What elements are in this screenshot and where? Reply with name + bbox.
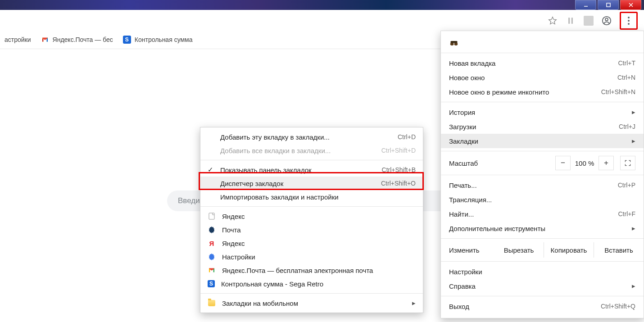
menu-paste[interactable]: Вставить xyxy=(594,242,644,258)
menu-shortcut: Ctrl+Shift+Q xyxy=(601,303,635,310)
menu-shortcut: Ctrl+T xyxy=(618,59,636,67)
menu-label: Настройки xyxy=(449,268,482,276)
zoom-out-button[interactable]: − xyxy=(555,156,571,170)
bm-item-yandex2[interactable]: ЯЯндекс xyxy=(200,236,423,250)
menu-zoom: Масштаб − 100 % + xyxy=(441,154,644,172)
submenu-arrow-icon: ▸ xyxy=(632,282,635,290)
svg-rect-6 xyxy=(450,41,457,43)
menu-label: Выход xyxy=(449,303,469,310)
submenu-arrow-icon: ▸ xyxy=(632,137,635,145)
menu-settings[interactable]: Настройки xyxy=(441,264,644,279)
menu-find[interactable]: Найти... Ctrl+F xyxy=(441,207,644,221)
menu-label: Трансляция... xyxy=(449,196,492,204)
menu-print[interactable]: Печать... Ctrl+P xyxy=(441,178,644,192)
submenu-label: Диспетчер закладок xyxy=(220,180,283,187)
submenu-arrow-icon: ▸ xyxy=(632,224,635,232)
submenu-label: Добавить все вкладки в закладки... xyxy=(220,147,331,154)
bookmark-star-icon[interactable] xyxy=(548,16,558,26)
window-close-button[interactable] xyxy=(620,0,641,10)
menu-label: Масштаб xyxy=(449,159,478,167)
submenu-label: Показывать панель закладок xyxy=(220,166,312,174)
menu-shortcut: Ctrl+Shift+N xyxy=(601,88,635,95)
submenu-label: Контрольная сумма - Sega Retro xyxy=(221,280,323,288)
gmail-icon xyxy=(41,36,49,44)
bm-import[interactable]: Импортировать закладки и настройки xyxy=(200,190,423,204)
menu-label: Справка xyxy=(449,282,476,290)
submenu-arrow-icon: ▸ xyxy=(632,108,635,116)
bookmark-label: астройки xyxy=(5,36,31,43)
submenu-label: Добавить эту вкладку в закладки... xyxy=(220,133,330,141)
page-icon xyxy=(208,212,216,220)
submenu-label: Яндекс xyxy=(222,213,245,220)
bookmark-label: Яндекс.Почта — бес xyxy=(53,36,113,43)
window-title-bar xyxy=(0,0,644,10)
submenu-label: Закладки на мобильном xyxy=(222,299,298,307)
submenu-label: Импортировать закладки и настройки xyxy=(220,193,339,201)
svg-point-3 xyxy=(605,18,608,21)
menu-label: Закладки xyxy=(449,137,478,145)
bm-add-this-tab[interactable]: Добавить эту вкладку в закладки... Ctrl+… xyxy=(200,130,423,144)
three-dots-icon xyxy=(628,17,630,25)
main-menu: Новая вкладка Ctrl+T Новое окно Ctrl+N Н… xyxy=(440,31,644,318)
bookmarks-bar-item[interactable]: астройки xyxy=(5,36,31,43)
menu-new-incognito[interactable]: Новое окно в режиме инкогнито Ctrl+Shift… xyxy=(441,85,644,99)
bookmarks-submenu: Добавить эту вкладку в закладки... Ctrl+… xyxy=(200,127,423,313)
window-minimize-button[interactable] xyxy=(575,0,596,10)
menu-label: Новая вкладка xyxy=(449,59,495,67)
submenu-label: Яндекс.Почта — бесплатная электронная по… xyxy=(222,267,373,274)
submenu-shortcut: Ctrl+D xyxy=(398,133,416,141)
submenu-arrow-icon: ▸ xyxy=(412,299,416,307)
submenu-label: Почта xyxy=(222,226,241,234)
submenu-shortcut: Ctrl+Shift+B xyxy=(382,166,416,173)
bm-item-mail[interactable]: Почта xyxy=(200,223,423,236)
zoom-value: 100 % xyxy=(571,159,598,167)
menu-new-window[interactable]: Новое окно Ctrl+N xyxy=(441,70,644,85)
menu-label: Печать... xyxy=(449,181,477,189)
fullscreen-button[interactable] xyxy=(620,156,635,170)
bm-mobile-folder[interactable]: Закладки на мобильном ▸ xyxy=(200,296,423,310)
menu-history[interactable]: История ▸ xyxy=(441,105,644,119)
menu-label: Новое окно в режиме инкогнито xyxy=(449,88,549,96)
zoom-in-button[interactable]: + xyxy=(599,156,614,170)
menu-label: История xyxy=(449,109,475,116)
gear-icon xyxy=(208,253,216,261)
svg-rect-7 xyxy=(209,213,214,219)
bookmarks-bar-item[interactable]: Яндекс.Почта — бес xyxy=(41,36,113,44)
menu-new-tab[interactable]: Новая вкладка Ctrl+T xyxy=(441,56,644,70)
submenu-label: Настройки xyxy=(222,253,255,261)
menu-cut[interactable]: Вырезать xyxy=(494,242,544,258)
menu-shortcut: Ctrl+P xyxy=(618,181,635,189)
gmail-icon xyxy=(208,266,216,274)
menu-exit[interactable]: Выход Ctrl+Shift+Q xyxy=(441,299,644,313)
bm-manager[interactable]: Диспетчер закладок Ctrl+Shift+O xyxy=(200,177,423,190)
window-controls xyxy=(574,0,641,10)
menu-cast[interactable]: Трансляция... xyxy=(441,192,644,207)
extension-icon-2[interactable] xyxy=(584,16,594,26)
menu-more-tools[interactable]: Дополнительные инструменты ▸ xyxy=(441,221,644,236)
gear-icon xyxy=(208,226,216,234)
menu-label: Найти... xyxy=(449,210,474,218)
bm-item-ymail[interactable]: Яндекс.Почта — бесплатная электронная по… xyxy=(200,263,423,277)
submenu-label: Яндекс xyxy=(222,240,245,247)
incognito-icon xyxy=(449,40,459,46)
menu-shortcut: Ctrl+F xyxy=(618,210,636,218)
menu-downloads[interactable]: Загрузки Ctrl+J xyxy=(441,119,644,134)
profile-icon[interactable] xyxy=(602,16,612,26)
bm-item-yandex[interactable]: Яндекс xyxy=(200,209,423,223)
sega-s-icon: S xyxy=(208,280,215,287)
bm-add-all-tabs: Добавить все вкладки в закладки... Ctrl+… xyxy=(200,144,423,157)
menu-help[interactable]: Справка ▸ xyxy=(441,279,644,293)
extension-icon-1[interactable] xyxy=(566,16,576,26)
browser-toolbar xyxy=(0,11,644,31)
main-menu-button[interactable] xyxy=(620,12,638,30)
bm-item-sega[interactable]: SКонтрольная сумма - Sega Retro xyxy=(200,277,423,290)
menu-copy[interactable]: Копировать xyxy=(544,242,594,258)
folder-icon xyxy=(208,299,216,307)
menu-bookmarks[interactable]: Закладки ▸ xyxy=(441,134,644,148)
menu-label: Новое окно xyxy=(449,74,485,82)
window-maximize-button[interactable] xyxy=(598,0,619,10)
menu-shortcut: Ctrl+N xyxy=(617,74,635,81)
bm-show-bar[interactable]: ✓Показывать панель закладок Ctrl+Shift+B xyxy=(200,163,423,177)
bookmarks-bar-item[interactable]: S Контрольная сумма xyxy=(123,36,193,44)
bm-item-settings[interactable]: Настройки xyxy=(200,250,423,263)
